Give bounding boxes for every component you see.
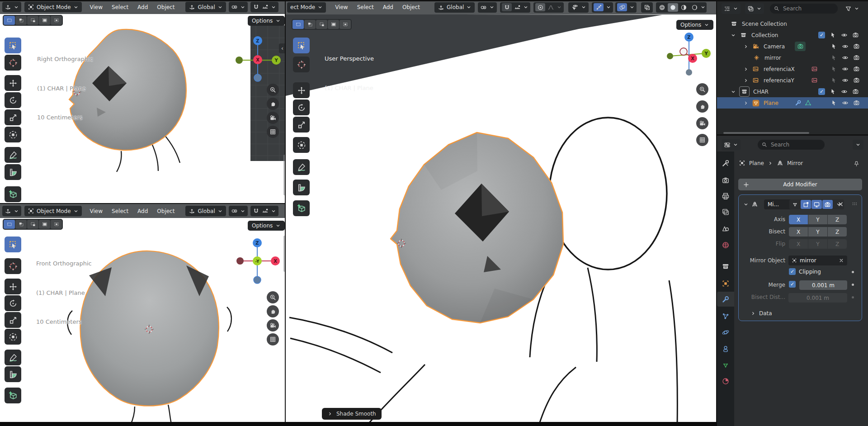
zoom-button[interactable] <box>267 291 279 303</box>
add-modifier-button[interactable]: Add Modifier <box>738 179 862 190</box>
tab-tool[interactable] <box>717 156 734 170</box>
menu-view[interactable]: View <box>330 4 352 10</box>
ortho-grid-button[interactable] <box>696 134 708 146</box>
tab-constraints[interactable] <box>717 341 734 356</box>
tab-physics[interactable] <box>717 325 734 340</box>
select-mode-new-button[interactable] <box>292 20 304 29</box>
mode-dropdown[interactable]: Object Mode <box>24 2 82 12</box>
properties-search-input[interactable] <box>770 141 821 148</box>
tab-world[interactable] <box>717 237 734 252</box>
properties-editor-type-dropdown[interactable] <box>722 139 741 150</box>
hide-render-camera-icon[interactable] <box>853 77 860 84</box>
snap-dropdown[interactable] <box>250 2 278 12</box>
collection-checkbox[interactable]: ✓ <box>818 88 825 95</box>
menu-select[interactable]: Select <box>353 4 378 10</box>
outliner-row-char[interactable]: CHAR ✓ <box>717 86 868 97</box>
selectable-icon[interactable] <box>830 32 836 38</box>
panel-expand-chevron-icon[interactable] <box>743 202 749 207</box>
tool-annotate[interactable] <box>5 147 21 163</box>
hide-viewport-eye-icon[interactable] <box>842 99 849 106</box>
hide-viewport-eye-icon[interactable] <box>842 66 849 72</box>
selectable-icon[interactable] <box>830 43 837 50</box>
expand-chevron-icon[interactable] <box>743 100 749 106</box>
pin-icon[interactable] <box>853 161 860 167</box>
camera-view-button[interactable] <box>267 319 279 331</box>
modifier-badge-icon[interactable] <box>795 99 802 106</box>
image-data-badge[interactable] <box>811 77 818 84</box>
select-mode-invert-button[interactable] <box>39 16 50 25</box>
outliner-row-collection[interactable]: Collection ✓ <box>717 29 868 41</box>
menu-view[interactable]: View <box>85 4 107 10</box>
axis-z-button[interactable]: Z <box>828 215 847 224</box>
outliner-row-scene-collection[interactable]: Scene Collection <box>717 18 868 29</box>
tool-cursor[interactable] <box>293 57 310 72</box>
snap-dropdown[interactable] <box>500 2 530 13</box>
select-mode-new-button[interactable] <box>4 220 15 229</box>
merge-animate-dot[interactable] <box>852 284 854 286</box>
select-mode-new-button[interactable] <box>4 16 15 25</box>
remove-modifier-icon[interactable] <box>837 201 844 208</box>
camera-view-button[interactable] <box>267 112 279 124</box>
tool-transform[interactable] <box>5 127 21 142</box>
axis-y-button[interactable]: Y <box>808 215 827 224</box>
tool-rotate[interactable] <box>5 295 21 311</box>
select-mode-intersect-button[interactable] <box>51 220 62 229</box>
proportional-editing-toggle[interactable] <box>535 3 545 11</box>
bisect-z-button[interactable]: Z <box>828 227 847 237</box>
hide-render-camera-icon[interactable] <box>853 54 860 61</box>
select-mode-extend-button[interactable] <box>15 220 27 229</box>
outliner-filter-id-dropdown[interactable] <box>745 3 764 14</box>
tab-output[interactable] <box>717 189 734 204</box>
tool-scale[interactable] <box>5 312 21 328</box>
selectable-icon[interactable] <box>830 77 837 84</box>
outliner-row-plane-selected[interactable]: Plane <box>717 97 868 109</box>
gizmos-dropdown[interactable] <box>592 2 613 13</box>
navigation-gizmo[interactable]: Y Z X <box>235 36 281 83</box>
bisect-x-button[interactable]: X <box>789 227 808 237</box>
hide-viewport-eye-icon[interactable] <box>842 43 849 50</box>
collection-checkbox[interactable]: ✓ <box>818 32 825 38</box>
flip-y-button[interactable]: Y <box>808 239 827 249</box>
viewport-user-perspective[interactable]: ect Mode View Select Add Object Global <box>286 0 717 426</box>
mesh-data-badge-icon[interactable] <box>805 99 811 106</box>
selectable-icon[interactable] <box>830 66 837 72</box>
outliner-search-input[interactable] <box>782 5 834 12</box>
tool-scale[interactable] <box>293 117 310 133</box>
menu-select[interactable]: Select <box>107 4 133 10</box>
snap-dropdown[interactable] <box>250 206 278 216</box>
image-data-badge[interactable] <box>811 66 818 72</box>
hide-render-camera-icon[interactable] <box>852 88 859 95</box>
tool-measure[interactable] <box>5 366 21 382</box>
breadcrumb-modifier[interactable]: Mirror <box>787 160 803 166</box>
selectable-icon[interactable] <box>830 99 837 106</box>
viewport-right-ortho[interactable]: Object Mode View Select Add Object Globa… <box>0 0 286 203</box>
shading-material-button[interactable] <box>679 3 689 12</box>
transform-orientation-dropdown[interactable]: Global <box>185 206 226 216</box>
outliner-filter-dropdown[interactable] <box>843 4 862 14</box>
shading-rendered-button[interactable] <box>689 3 700 12</box>
select-mode-subtract-button[interactable] <box>27 16 38 25</box>
menu-add[interactable]: Add <box>378 4 398 10</box>
select-mode-extend-button[interactable] <box>304 20 316 29</box>
mirror-object-field[interactable]: mirror <box>788 256 847 265</box>
pan-hand-button[interactable] <box>267 305 279 317</box>
tool-add-cube[interactable] <box>293 200 310 216</box>
pan-hand-button[interactable] <box>696 100 708 113</box>
tool-transform[interactable] <box>293 137 310 153</box>
hide-render-camera-icon[interactable] <box>853 66 860 72</box>
select-mode-subtract-button[interactable] <box>27 220 38 229</box>
bisect-distance-field[interactable]: 0.001 m <box>788 293 847 303</box>
tool-select-box[interactable] <box>5 38 21 53</box>
select-mode-intersect-button[interactable] <box>51 16 62 25</box>
tool-add-cube[interactable] <box>5 186 21 202</box>
tab-scene[interactable] <box>717 221 734 236</box>
editor-type-dropdown[interactable] <box>2 2 21 12</box>
tool-measure[interactable] <box>293 180 310 195</box>
tab-render[interactable] <box>717 173 734 188</box>
menu-view[interactable]: View <box>85 208 107 214</box>
ortho-grid-button[interactable] <box>267 126 279 138</box>
menu-object[interactable]: Object <box>398 4 425 10</box>
shading-wireframe-button[interactable] <box>657 3 667 12</box>
pivot-point-dropdown[interactable] <box>478 2 497 13</box>
outliner-search[interactable] <box>770 4 838 14</box>
